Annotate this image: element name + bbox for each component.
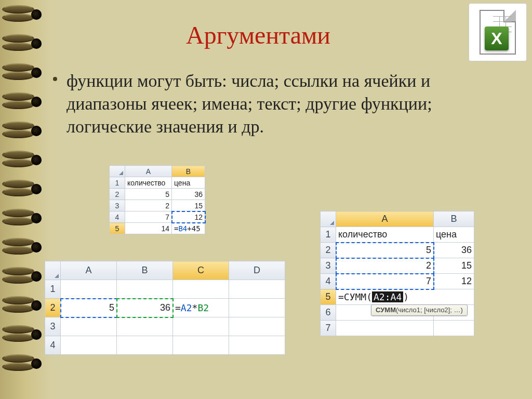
col-header: B: [172, 166, 205, 177]
cell: 2: [125, 200, 172, 211]
range-cell: 5: [336, 243, 434, 258]
formula-cell: =СУММ(A2:A4): [336, 289, 474, 305]
row-header: 4: [321, 274, 336, 289]
cell: 36: [172, 189, 205, 200]
row-header: 1: [110, 177, 125, 189]
row-header: 3: [321, 258, 336, 274]
cell: [434, 321, 474, 336]
row-header: 5: [321, 289, 336, 305]
cell: цена: [434, 227, 474, 243]
tooltip-sig: (число1; [число2]; …): [396, 306, 463, 314]
cell: [61, 336, 117, 355]
range-cell: 2: [336, 258, 434, 274]
col-header: A: [125, 166, 172, 177]
cell: [229, 336, 285, 355]
cell: количество: [336, 227, 434, 243]
col-header: A: [61, 261, 117, 280]
row-header: 2: [321, 243, 336, 258]
cell: [173, 336, 229, 355]
cell: [61, 317, 117, 336]
cell: цена: [172, 177, 205, 189]
formula-cell: =A2*B2: [173, 299, 229, 317]
col-header: C: [173, 261, 229, 280]
excel-x-glyph: X: [485, 26, 509, 50]
selected-range: A2:A4: [372, 291, 403, 302]
cell: 7: [125, 211, 172, 223]
row-header: 6: [321, 305, 336, 321]
row-header: 2: [45, 299, 61, 317]
cell: 5: [125, 189, 172, 200]
row-header: 2: [110, 189, 125, 200]
cell: [61, 280, 117, 299]
cell: [173, 317, 229, 336]
referenced-cell: 36: [117, 299, 173, 317]
row-header: 1: [45, 280, 61, 299]
excel-icon: X: [469, 3, 527, 61]
referenced-cell: 5: [61, 299, 117, 317]
bullet-dot-icon: [53, 77, 57, 81]
range-cell: 7: [336, 274, 434, 289]
col-header: A: [336, 211, 434, 227]
cell: 15: [172, 200, 205, 211]
row-header: 5: [110, 223, 125, 234]
cell: [117, 317, 173, 336]
cell: количество: [125, 177, 172, 189]
formula-cell: =B4+45: [172, 223, 205, 234]
cell: 12: [434, 274, 474, 289]
bullet-text: функции могут быть: числа; ссылки на яче…: [66, 70, 511, 139]
tooltip-fn: СУММ: [376, 306, 396, 314]
referenced-cell: 12: [172, 211, 205, 223]
cell: [336, 321, 434, 336]
cell: [229, 299, 285, 317]
row-header: 3: [45, 317, 61, 336]
row-header: 3: [110, 200, 125, 211]
cell: [173, 280, 229, 299]
cell: [229, 280, 285, 299]
cell: [117, 280, 173, 299]
col-header: D: [229, 261, 285, 280]
cell: 36: [434, 243, 474, 258]
cell: [229, 317, 285, 336]
row-header: 4: [110, 211, 125, 223]
function-tooltip: СУММ(число1; [число2]; …): [371, 304, 468, 316]
excel-sample-cellref: A B 1 количество цена 2 5 36 3 2 15 4 7 …: [109, 165, 205, 234]
row-header: 1: [321, 227, 336, 243]
excel-sample-multiply: A B C D 1 2 5 36 =A2*B2 3 4: [45, 261, 285, 355]
cell: 15: [434, 258, 474, 274]
slide-title: Аргументами: [52, 21, 464, 49]
cell: [117, 336, 173, 355]
bullet-content: функции могут быть: числа; ссылки на яче…: [66, 71, 432, 136]
excel-sample-sum: A B 1 количество цена 2 5 36 3 2 15 4 7 …: [320, 211, 474, 336]
cell: 14: [125, 223, 172, 234]
row-header: 7: [321, 321, 336, 336]
row-header: 4: [45, 336, 61, 355]
spiral-binding: [0, 0, 52, 399]
col-header: B: [434, 211, 474, 227]
col-header: B: [117, 261, 173, 280]
